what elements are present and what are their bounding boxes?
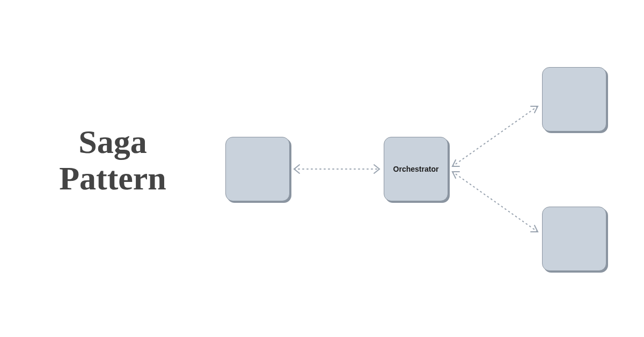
title-line-1: Saga [78, 123, 147, 160]
arrow-topright-in-icon [531, 106, 538, 113]
title-line-2: Pattern [59, 160, 166, 196]
connector-orch-bottomright [452, 172, 538, 232]
diagram-title: Saga Pattern [32, 123, 193, 196]
arrow-bottomright-in-icon [531, 225, 538, 232]
arrow-left-icon [294, 165, 299, 173]
arrow-orch-in-top-icon [452, 160, 459, 166]
arrow-right-icon [374, 165, 379, 173]
connector-orch-topright [452, 106, 538, 166]
node-orchestrator: Orchestrator [384, 137, 448, 201]
node-left [225, 137, 290, 201]
node-top-right [542, 67, 606, 131]
node-orchestrator-label: Orchestrator [393, 165, 439, 173]
arrow-orch-in-bottom-icon [452, 172, 459, 178]
node-bottom-right [542, 207, 606, 271]
